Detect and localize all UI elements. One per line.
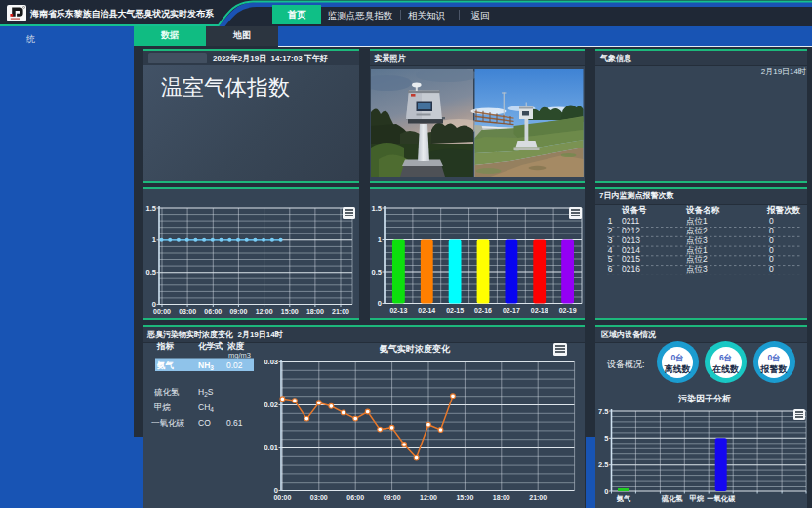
svg-text:0.03: 0.03 [264,358,278,366]
svg-text:02-14: 02-14 [418,307,435,314]
svg-text:12:00: 12:00 [420,494,437,501]
svg-text:氨气: 氨气 [156,360,175,370]
svg-text:0: 0 [769,216,774,226]
svg-text:0: 0 [769,245,774,255]
svg-text:0: 0 [604,487,608,496]
svg-text:06:00: 06:00 [204,308,222,315]
svg-text:化学式: 化学式 [197,341,223,351]
svg-text:0: 0 [769,235,774,245]
svg-text:0214: 0214 [622,245,640,255]
svg-text:03:00: 03:00 [179,308,196,315]
svg-text:CH4: CH4 [198,402,214,413]
svg-text:0.5: 0.5 [371,268,381,276]
svg-text:02-13: 02-13 [389,307,407,314]
svg-text:5: 5 [604,434,608,443]
svg-text:0.5: 0.5 [146,268,156,276]
svg-text:0216: 0216 [622,264,640,274]
svg-text:点位3: 点位3 [686,235,708,245]
svg-text:02-15: 02-15 [446,307,464,314]
svg-text:甲烷: 甲烷 [154,402,172,412]
svg-text:02-17: 02-17 [502,307,519,314]
svg-text:mg/m3: mg/m3 [228,351,251,360]
svg-text:21:00: 21:00 [529,494,547,501]
svg-text:0: 0 [769,254,774,264]
svg-text:点位2: 点位2 [686,254,708,264]
svg-text:02-18: 02-18 [530,307,548,314]
svg-text:09:00: 09:00 [384,494,401,501]
svg-text:点位2: 点位2 [686,226,708,235]
svg-text:H2S: H2S [198,387,214,398]
svg-text:0212: 0212 [622,226,640,235]
svg-text:1.5: 1.5 [146,204,156,213]
svg-text:5: 5 [608,254,613,264]
svg-text:06:00: 06:00 [346,494,364,501]
svg-text:设备号: 设备号 [621,205,647,215]
svg-text:浓度: 浓度 [226,341,245,351]
svg-text:18:00: 18:00 [493,494,510,501]
svg-text:15:00: 15:00 [281,308,299,315]
svg-text:18:00: 18:00 [306,308,324,315]
svg-text:点位3: 点位3 [686,264,708,274]
svg-text:6: 6 [608,264,613,274]
svg-text:0: 0 [769,226,774,235]
svg-text:0: 0 [769,264,774,274]
svg-text:点位1: 点位1 [686,245,708,255]
svg-text:21:00: 21:00 [332,308,349,315]
svg-text:硫化氢: 硫化氢 [661,494,683,503]
svg-text:3: 3 [608,235,613,245]
svg-text:点位1: 点位1 [686,216,708,226]
svg-text:0.61: 0.61 [226,418,243,428]
svg-text:设备名称: 设备名称 [685,205,719,215]
svg-text:2: 2 [608,226,613,235]
svg-text:09:00: 09:00 [229,308,247,315]
svg-text:污染因子分析: 污染因子分析 [677,394,731,403]
svg-text:4: 4 [608,245,613,255]
svg-text:0.02: 0.02 [226,360,243,370]
svg-text:0211: 0211 [622,216,640,226]
svg-text:02-19: 02-19 [558,307,576,314]
svg-text:氨气: 氨气 [616,494,631,503]
svg-text:0215: 0215 [622,254,640,264]
svg-text:一氧化碳: 一氧化碳 [151,418,185,428]
svg-text:03:00: 03:00 [310,494,328,501]
svg-text:02-16: 02-16 [474,307,492,314]
svg-text:15:00: 15:00 [456,494,473,501]
svg-text:指标: 指标 [156,341,175,351]
svg-text:CO: CO [198,418,211,428]
svg-text:12:00: 12:00 [256,308,273,315]
svg-text:1: 1 [152,235,156,244]
svg-text:报警次数: 报警次数 [766,205,800,215]
svg-text:0.02: 0.02 [264,401,278,409]
svg-text:2.5: 2.5 [598,460,608,469]
svg-text:硫化氢: 硫化氢 [154,387,180,397]
svg-text:1: 1 [608,216,613,226]
svg-text:0.01: 0.01 [264,444,278,452]
svg-text:一氧化碳: 一氧化碳 [707,494,736,503]
svg-text:氨气实时浓度变化: 氨气实时浓度变化 [379,343,451,354]
svg-text:甲烷: 甲烷 [690,494,705,503]
svg-text:1: 1 [377,235,381,244]
svg-text:7.5: 7.5 [598,407,608,416]
svg-text:00:00: 00:00 [273,494,291,501]
svg-text:0213: 0213 [622,235,640,245]
svg-text:00:00: 00:00 [153,308,171,315]
svg-text:0: 0 [377,299,381,308]
svg-text:1.5: 1.5 [371,204,381,213]
